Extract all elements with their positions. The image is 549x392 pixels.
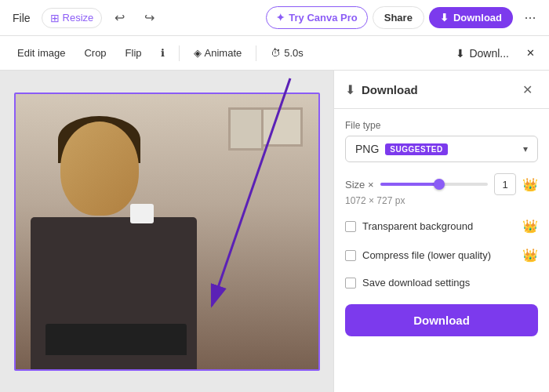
download-main-button[interactable]: Download [345,304,538,336]
more-options-button[interactable]: ··· [518,5,543,31]
compress-option-left: Compress file (lower quality) [345,249,491,261]
panel-close-button[interactable]: ✕ [516,78,538,100]
file-type-dropdown[interactable]: PNG SUGGESTED ▾ [345,136,538,162]
save-settings-checkbox[interactable] [345,278,356,289]
size-row: Size × 1 👑 [345,173,538,195]
transparent-crown-icon: 👑 [522,219,538,234]
panel-header: ⬇ Download ✕ [334,71,549,109]
compress-label: Compress file (lower quality) [362,249,491,261]
compress-option-row: Compress file (lower quality) 👑 [345,246,538,264]
main-area: ⬇ Download ✕ File type PNG SUGGESTED ▾ [0,71,549,392]
canvas-image [14,93,320,371]
coffee-cup [130,204,154,223]
download-panel-tab[interactable]: ⬇ Downl... [446,44,518,63]
compress-checkbox[interactable] [345,250,356,261]
suggested-badge: SUGGESTED [385,143,447,155]
file-type-section: File type PNG SUGGESTED ▾ [345,120,538,162]
edit-image-tool[interactable]: Edit image [9,44,73,62]
save-settings-row: Save download settings [345,275,538,290]
toolbar-divider [179,45,180,61]
star-icon: ✦ [276,12,285,24]
toolbar-left: File ⊞ Resize ↩ ↪ [6,5,261,31]
panel-download-icon: ⬇ [345,82,355,97]
slider-track [380,183,489,186]
transparent-label: Transparent background [362,220,473,232]
toolbar-divider-2 [256,45,256,61]
undo-button[interactable]: ↩ [107,5,132,31]
laptop [45,324,187,355]
wall-art-2 [228,107,264,151]
px-size-label: 1072 × 727 px [345,195,538,206]
download-top-button[interactable]: ⬇ Download [429,7,513,28]
transparent-option-row: Transparent background 👑 [345,217,538,235]
info-icon: ℹ [161,47,165,59]
animate-icon: ◈ [194,47,202,59]
close-icon: ✕ [526,47,535,59]
slider-fill [380,183,440,186]
second-toolbar: Edit image Crop Flip ℹ ◈ Animate ⏱ 5.0s … [0,36,549,71]
download-tab-icon: ⬇ [456,47,465,60]
transparent-checkbox[interactable] [345,221,356,232]
panel-title: Download [362,83,418,96]
compress-crown-icon: 👑 [522,248,538,263]
file-menu-button[interactable]: File [6,9,37,27]
crop-tool[interactable]: Crop [76,44,114,62]
top-toolbar: File ⊞ Resize ↩ ↪ ✦ Try Canva Pro Share … [0,0,549,36]
file-type-left: PNG SUGGESTED [355,143,448,155]
toolbar-right: ✦ Try Canva Pro Share ⬇ Download ··· [266,5,543,31]
slider-thumb[interactable] [434,179,445,190]
download-panel: ⬇ Download ✕ File type PNG SUGGESTED ▾ [333,71,549,392]
flip-tool[interactable]: Flip [118,44,150,62]
panel-body: File type PNG SUGGESTED ▾ Size × [334,109,549,347]
animate-tool[interactable]: ◈ Animate [186,44,250,62]
download-top-icon: ⬇ [440,12,449,24]
share-button[interactable]: Share [373,6,424,29]
info-tool[interactable]: ℹ [153,44,173,62]
canvas-area[interactable] [0,71,333,392]
file-type-label: File type [345,120,538,131]
size-slider[interactable] [380,176,489,192]
crown-icon: 👑 [522,177,538,192]
panel-title-row: ⬇ Download [345,82,418,97]
try-canva-pro-button[interactable]: ✦ Try Canva Pro [266,6,367,29]
close-second-toolbar[interactable]: ✕ [522,44,540,62]
timer-icon: ⏱ [271,47,281,59]
transparent-option-left: Transparent background [345,220,473,232]
size-value-input[interactable]: 1 [494,173,516,195]
chevron-down-icon: ▾ [523,143,528,154]
person-head [60,122,139,216]
file-type-value: PNG [355,143,379,155]
size-label: Size × [345,179,374,191]
resize-icon: ⊞ [50,12,60,24]
timer-tool[interactable]: ⏱ 5.0s [263,44,311,62]
resize-button[interactable]: ⊞ Resize [42,8,103,28]
save-settings-label: Save download settings [362,277,470,289]
redo-button[interactable]: ↪ [136,5,162,31]
size-section: Size × 1 👑 1072 × 727 px [345,173,538,206]
